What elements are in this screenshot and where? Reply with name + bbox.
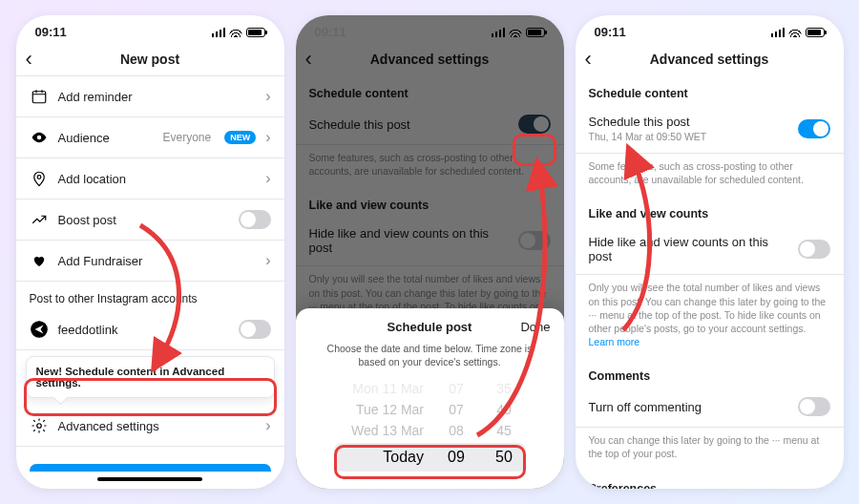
tooltip-schedule-hint: New! Schedule content in Advanced settin… — [26, 356, 275, 398]
status-bar: 09:11 — [296, 15, 564, 43]
status-bar: 09:11 — [16, 15, 284, 43]
status-time: 09:11 — [315, 25, 346, 39]
row-label: Add location — [58, 172, 257, 186]
row-hide-like-counts[interactable]: Hide like and view counts on this post — [296, 216, 564, 266]
learn-more-link[interactable]: Learn more — [589, 336, 640, 347]
navbar: ‹ New post — [16, 43, 284, 75]
row-add-location[interactable]: Add location › — [16, 158, 284, 200]
row-label: Hide like and view counts on this post — [589, 235, 788, 263]
sheet-title: Schedule post — [388, 320, 472, 334]
share-button[interactable]: Share — [30, 464, 271, 472]
sheet-note: Choose the date and time below. Time zon… — [296, 342, 564, 378]
phone-advanced-settings: 09:11 ‹ Advanced settings Schedule conte… — [576, 15, 844, 489]
section-comments: Comments — [576, 358, 844, 387]
row-schedule-this-post[interactable]: Schedule this post — [296, 104, 564, 145]
signal-icon — [771, 28, 785, 37]
trend-up-icon — [30, 210, 49, 229]
row-audience[interactable]: Audience Everyone NEW › — [16, 117, 284, 158]
navbar: ‹ Advanced settings — [296, 43, 564, 75]
hide-likes-toggle[interactable] — [518, 231, 551, 250]
signal-icon — [212, 28, 225, 37]
commenting-toggle[interactable] — [798, 397, 830, 416]
page-title: New post — [120, 52, 179, 67]
row-label: Audience — [58, 131, 154, 145]
boost-toggle[interactable] — [239, 210, 271, 229]
new-post-options: Add reminder › Audience Everyone NEW › A… — [16, 75, 284, 472]
chevron-right-icon: › — [265, 170, 270, 187]
likes-note: Only you will see the total number of li… — [576, 275, 844, 358]
hide-likes-toggle[interactable] — [798, 240, 830, 259]
battery-icon — [246, 28, 265, 37]
svg-point-4 — [36, 424, 41, 429]
wifi-icon — [509, 28, 522, 37]
row-label: Schedule this post — [309, 117, 509, 132]
location-pin-icon — [30, 169, 49, 188]
chevron-right-icon: › — [265, 129, 270, 146]
svg-point-2 — [37, 176, 41, 179]
home-indicator — [97, 477, 202, 481]
row-label: feeddotlink — [58, 323, 229, 337]
status-indicators — [771, 28, 825, 37]
phone-new-post: 09:11 ‹ New post Add reminder › Audience… — [16, 15, 284, 489]
section-other-accounts: Post to other Instagram accounts — [16, 282, 284, 309]
row-advanced-settings[interactable]: Advanced settings › — [16, 406, 284, 447]
row-label: Schedule this post — [589, 115, 788, 129]
wifi-icon — [229, 28, 242, 37]
status-bar: 09:11 — [576, 15, 844, 43]
navbar: ‹ Advanced settings — [576, 43, 844, 75]
account-toggle[interactable] — [239, 320, 271, 339]
done-button[interactable]: Done — [520, 320, 550, 334]
svg-rect-0 — [32, 92, 46, 103]
row-hide-like-counts[interactable]: Hide like and view counts on this post — [576, 224, 844, 275]
highlight-schedule-toggle — [513, 134, 556, 166]
chevron-right-icon: › — [265, 417, 270, 434]
svg-point-1 — [36, 136, 41, 140]
row-label: Turn off commenting — [589, 400, 788, 414]
new-badge: NEW — [224, 131, 256, 144]
row-label: Advanced settings — [58, 419, 257, 433]
row-account-feeddotlink[interactable]: feeddotlink — [16, 309, 284, 350]
status-indicators — [212, 28, 265, 37]
section-schedule-content: Schedule content — [576, 75, 844, 104]
gear-icon — [30, 416, 49, 435]
signal-icon — [492, 28, 505, 37]
page-title: Advanced settings — [650, 52, 768, 67]
schedule-sheet: Schedule post Done Choose the date and t… — [296, 308, 564, 489]
schedule-note: Some features, such as cross-posting to … — [296, 145, 564, 187]
heart-hand-icon — [30, 251, 49, 270]
row-add-reminder[interactable]: Add reminder › — [16, 75, 284, 117]
wifi-icon — [788, 28, 802, 37]
section-label: Post to other Instagram accounts — [30, 292, 271, 305]
chevron-right-icon: › — [265, 252, 270, 269]
page-title: Advanced settings — [370, 52, 489, 67]
schedule-datetime-sub: Thu, 14 Mar at 09:50 WET — [589, 131, 788, 142]
section-like-view-counts: Like and view counts — [296, 187, 564, 216]
battery-icon — [526, 28, 545, 37]
schedule-toggle[interactable] — [518, 115, 551, 134]
row-label: Hide like and view counts on this post — [309, 226, 509, 255]
row-label: Add reminder — [58, 90, 257, 104]
status-time: 09:11 — [595, 25, 626, 39]
section-preferences: Preferences — [576, 471, 844, 489]
chevron-right-icon: › — [265, 88, 270, 105]
row-add-fundraiser[interactable]: Add Fundraiser › — [16, 241, 284, 282]
comments-note: You can change this later by going to th… — [576, 428, 844, 470]
eye-icon — [30, 128, 49, 147]
picker-selected-row[interactable]: Today0950 — [334, 443, 526, 472]
calendar-icon — [30, 87, 49, 106]
back-button[interactable]: ‹ — [305, 49, 312, 70]
battery-icon — [806, 28, 825, 37]
datetime-picker[interactable]: Mon 11 Mar0735 Tue 12 Mar0740 Wed 13 Mar… — [296, 378, 564, 472]
schedule-toggle[interactable] — [798, 119, 830, 138]
back-button[interactable]: ‹ — [585, 49, 592, 70]
back-button[interactable]: ‹ — [26, 49, 32, 70]
row-schedule-this-post[interactable]: Schedule this post Thu, 14 Mar at 09:50 … — [576, 104, 844, 154]
row-label: Boost post — [58, 213, 229, 227]
row-turn-off-commenting[interactable]: Turn off commenting — [576, 387, 844, 428]
status-time: 09:11 — [35, 25, 67, 39]
audience-value: Everyone — [162, 131, 211, 144]
stage-three-phones: 09:11 ‹ New post Add reminder › Audience… — [16, 15, 844, 489]
row-boost-post[interactable]: Boost post — [16, 200, 284, 241]
schedule-note: Some features, such as cross-posting to … — [576, 154, 844, 196]
advanced-settings-list: Schedule content Schedule this post Thu,… — [576, 75, 844, 489]
